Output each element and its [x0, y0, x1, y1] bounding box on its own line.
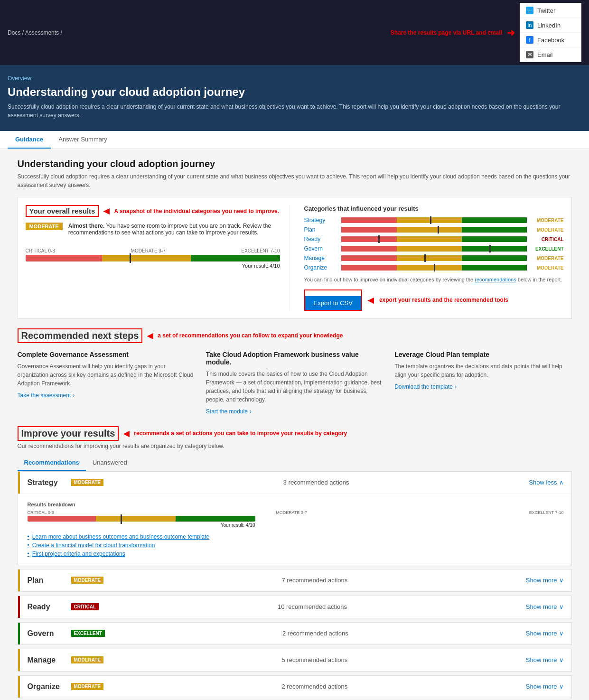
share-linkedin[interactable]: in LinkedIn	[520, 18, 581, 33]
recommendations-link[interactable]: recommendations	[475, 277, 516, 282]
govern-actions-count: 2 recommended actions	[111, 630, 520, 637]
progress-labels: CRITICAL 0-3 MODERATE 3-7 EXCELLENT 7-10	[26, 248, 280, 253]
download-template-link[interactable]: Download the template ›	[394, 383, 457, 390]
plan-badge: MODERATE	[71, 577, 103, 584]
label-critical: CRITICAL 0-3	[26, 248, 55, 253]
email-label: Email	[537, 51, 553, 58]
improve-arrow-icon: ◀	[123, 429, 129, 438]
results-right: Categories that influenced your results …	[299, 205, 564, 311]
categories-title: Categories that influenced your results	[304, 205, 564, 212]
govern-status: EXCELLENT	[531, 246, 564, 252]
tab-recommendations[interactable]: Recommendations	[18, 455, 86, 471]
results-breakdown-label: Results breakdown	[28, 502, 564, 507]
improve-subtitle: Our recommendations for improving your r…	[18, 443, 572, 449]
improve-section: Improve your results ◀ recommends a set …	[18, 426, 572, 698]
ready-category-name: Ready	[28, 603, 65, 611]
organize-marker	[434, 264, 435, 271]
category-header-organize: Organize MODERATE 2 recommended actions …	[18, 676, 571, 698]
category-header-ready: Ready CRITICAL 10 recommended actions Sh…	[18, 596, 571, 618]
category-link-strategy[interactable]: Strategy	[304, 217, 337, 224]
govern-show-more-btn[interactable]: Show more ∨	[526, 630, 564, 637]
ready-show-more-btn[interactable]: Show more ∨	[526, 603, 564, 610]
mini-progress-track	[28, 516, 255, 522]
manage-badge: MODERATE	[71, 656, 103, 663]
next-step-framework-title: Take Cloud Adoption Framework business v…	[206, 351, 383, 366]
category-section-strategy: Strategy MODERATE 3 recommended actions …	[18, 471, 572, 565]
overall-progress: CRITICAL 0-3 MODERATE 3-7 EXCELLENT 7-10…	[26, 248, 280, 269]
share-arrow-icon: ➜	[507, 27, 515, 38]
export-btn-wrapper: Export to CSV	[304, 289, 362, 311]
export-csv-button[interactable]: Export to CSV	[305, 296, 361, 310]
category-section-plan: Plan MODERATE 7 recommended actions Show…	[18, 569, 572, 592]
improve-title: Improve your results	[21, 428, 115, 439]
ready-bar	[341, 236, 527, 242]
chevron-right-icon: ›	[73, 392, 75, 399]
results-left: Your overall results ◀ A snapshot of the…	[26, 205, 290, 311]
progress-marker	[130, 253, 131, 263]
next-steps-title: Recommended next steps	[21, 330, 139, 341]
linkedin-label: LinkedIn	[537, 22, 561, 29]
page-title: Understanding your cloud adoption journe…	[8, 85, 581, 99]
overview-link[interactable]: Overview	[8, 75, 31, 82]
category-section-organize: Organize MODERATE 2 recommended actions …	[18, 675, 572, 698]
progress-track	[26, 255, 280, 261]
strategy-show-less-btn[interactable]: Show less ∧	[529, 479, 563, 486]
overall-results-title-box: Your overall results	[26, 205, 99, 217]
tabs-list: Guidance Answer Summary	[8, 131, 581, 149]
share-facebook[interactable]: f Facebook	[520, 33, 581, 47]
ready-show-label: Show more	[526, 603, 557, 610]
strategy-actions-list: Learn more about business outcomes and b…	[28, 533, 564, 557]
mini-progress-labels: CRITICAL 0-3 MODERATE 3-7 EXCELLENT 7-10	[28, 510, 564, 515]
linkedin-icon: in	[526, 21, 533, 29]
organize-actions-count: 2 recommended actions	[109, 683, 520, 690]
overall-results-title: Your overall results	[29, 207, 95, 215]
organize-show-more-btn[interactable]: Show more ∨	[526, 683, 564, 690]
next-step-card-template: Leverage Cloud Plan template The templat…	[394, 351, 571, 415]
category-link-ready[interactable]: Ready	[304, 236, 337, 243]
chevron-down-icon: ∨	[559, 577, 564, 584]
next-step-template-title: Leverage Cloud Plan template	[394, 351, 571, 358]
improve-annotation: recommends a set of actions you can take…	[134, 430, 347, 437]
strategy-action-3[interactable]: First project criteria and expectations	[28, 551, 564, 557]
categories-chart: Strategy MODERATE Plan MODERATE Read	[304, 217, 564, 271]
manage-category-name: Manage	[28, 656, 65, 664]
category-link-govern[interactable]: Govern	[304, 245, 337, 252]
score-desc: Almost there. You have some room to impr…	[68, 223, 280, 236]
start-module-link[interactable]: Start the module ›	[206, 408, 252, 415]
strategy-action-2[interactable]: Create a financial model for cloud trans…	[28, 542, 564, 549]
govern-category-name: Govern	[28, 629, 65, 638]
page-subtitle: Successfully cloud adoption requires a c…	[8, 103, 581, 120]
manage-show-more-btn[interactable]: Show more ∨	[526, 656, 564, 663]
tab-guidance[interactable]: Guidance	[8, 131, 51, 149]
next-steps-grid: Complete Governance Assessment Governanc…	[18, 351, 572, 415]
next-steps-title-box: Recommended next steps	[18, 328, 143, 343]
category-link-plan[interactable]: Plan	[304, 226, 337, 233]
share-email[interactable]: ✉ Email	[520, 47, 581, 62]
strategy-action-1[interactable]: Learn more about business outcomes and b…	[28, 533, 564, 540]
plan-marker	[438, 226, 439, 233]
next-step-framework-desc: This module covers the basics of how to …	[206, 370, 383, 404]
manage-show-label: Show more	[526, 656, 557, 663]
plan-actions-count: 7 recommended actions	[109, 577, 520, 584]
category-header-manage: Manage MODERATE 5 recommended actions Sh…	[18, 649, 571, 671]
manage-status: MODERATE	[531, 256, 564, 261]
tab-unanswered[interactable]: Unanswered	[86, 455, 134, 471]
next-steps-arrow-icon: ◀	[147, 331, 153, 340]
category-row-plan: Plan MODERATE	[304, 226, 564, 233]
chevron-right-icon-3: ›	[455, 383, 457, 390]
main-section-subtitle: Successfully cloud adoption requires a c…	[18, 172, 572, 189]
twitter-icon: 🐦	[526, 7, 533, 14]
plan-show-more-btn[interactable]: Show more ∨	[526, 577, 564, 584]
category-row-ready: Ready CRITICAL	[304, 236, 564, 243]
next-steps-section: Recommended next steps ◀ a set of recomm…	[18, 328, 572, 415]
strategy-bar	[341, 217, 527, 223]
next-step-governance-title: Complete Governance Assessment	[18, 351, 195, 358]
tab-answer-summary[interactable]: Answer Summary	[51, 131, 115, 149]
category-link-organize[interactable]: Organize	[304, 264, 337, 271]
breadcrumb-assessments[interactable]: Assessments	[25, 29, 59, 36]
share-twitter[interactable]: 🐦 Twitter	[520, 3, 581, 18]
category-link-manage[interactable]: Manage	[304, 255, 337, 261]
breadcrumb-docs[interactable]: Docs	[8, 29, 20, 36]
take-assessment-link[interactable]: Take the assessment ›	[18, 392, 75, 399]
category-header-strategy: Strategy MODERATE 3 recommended actions …	[18, 472, 571, 494]
